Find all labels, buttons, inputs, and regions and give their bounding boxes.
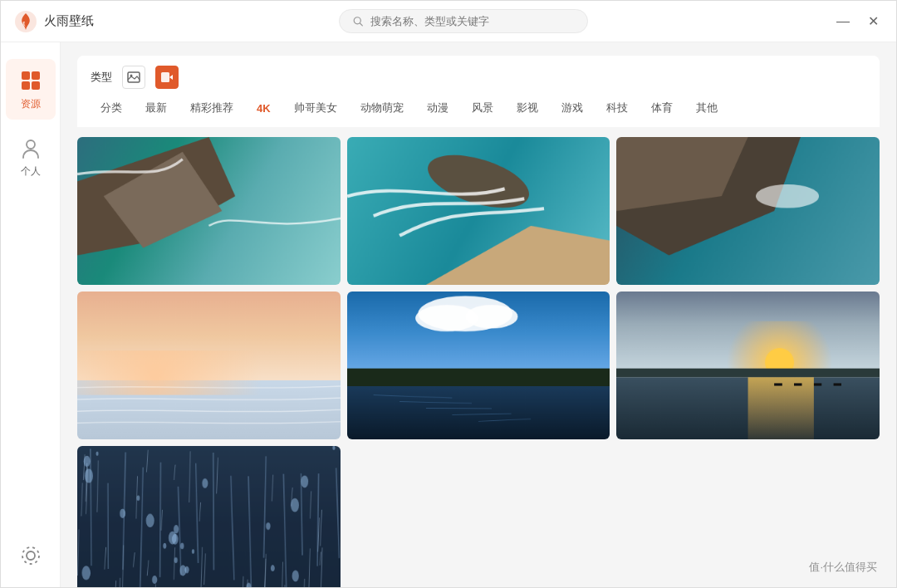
- settings-button[interactable]: [16, 541, 46, 571]
- svg-rect-5: [22, 81, 30, 90]
- category-games[interactable]: 游戏: [551, 97, 593, 119]
- sidebar-item-resources[interactable]: 资源: [6, 59, 56, 120]
- wallpaper-grid: [77, 137, 880, 587]
- content-area: 类型: [61, 42, 896, 587]
- category-scenery[interactable]: 风景: [462, 97, 503, 119]
- search-icon: [353, 16, 364, 27]
- category-sports[interactable]: 体育: [641, 97, 683, 119]
- grid-area: [77, 127, 880, 587]
- wallpaper-item-7[interactable]: [77, 446, 341, 587]
- category-tech[interactable]: 科技: [596, 97, 638, 119]
- wallpaper-canvas-6: [616, 292, 880, 439]
- svg-rect-4: [32, 71, 40, 80]
- sidebar-item-personal[interactable]: 个人: [6, 126, 56, 187]
- main-area: 资源 个人: [1, 42, 896, 587]
- wallpaper-canvas-7: [77, 446, 341, 587]
- wallpaper-canvas-2: [347, 137, 610, 285]
- sidebar-resources-label: 资源: [21, 97, 41, 111]
- category-beauty[interactable]: 帅哥美女: [284, 97, 347, 119]
- category-all[interactable]: 分类: [91, 97, 132, 119]
- svg-point-8: [27, 551, 35, 560]
- app-title: 火雨壁纸: [44, 13, 94, 29]
- svg-line-2: [360, 23, 362, 26]
- wallpaper-item-6[interactable]: [616, 292, 880, 439]
- close-button[interactable]: ✕: [863, 12, 883, 32]
- category-featured[interactable]: 精彩推荐: [180, 97, 243, 119]
- personal-icon: [17, 135, 44, 161]
- category-4k[interactable]: 4K: [247, 99, 281, 118]
- wallpaper-item-2[interactable]: [347, 137, 610, 285]
- wallpaper-canvas-1: [77, 137, 341, 285]
- video-type-btn[interactable]: [155, 66, 179, 89]
- category-row: 分类最新精彩推荐4K帅哥美女动物萌宠动漫风景影视游戏科技体育其他: [91, 97, 866, 127]
- wallpaper-item-3[interactable]: [616, 137, 880, 285]
- type-row: 类型: [91, 66, 866, 89]
- svg-point-7: [27, 140, 35, 149]
- wallpaper-canvas-3: [616, 137, 880, 285]
- app-logo: 火雨壁纸: [14, 10, 94, 33]
- window-controls: — ✕: [833, 12, 883, 32]
- search-box[interactable]: [339, 9, 588, 33]
- wallpaper-canvas-5: [347, 292, 610, 439]
- svg-rect-3: [22, 71, 30, 80]
- svg-marker-13: [169, 75, 173, 80]
- category-other[interactable]: 其他: [686, 97, 728, 119]
- wallpaper-canvas-4: [77, 292, 341, 439]
- sidebar: 资源 个人: [1, 42, 61, 587]
- svg-rect-6: [32, 81, 40, 90]
- minimize-button[interactable]: —: [833, 12, 853, 32]
- sidebar-bottom: [16, 541, 46, 571]
- category-anime[interactable]: 动漫: [417, 97, 458, 119]
- toolbar: 类型: [77, 56, 880, 127]
- search-area: [94, 9, 833, 33]
- category-animals[interactable]: 动物萌宠: [350, 97, 414, 119]
- logo-icon: [14, 10, 37, 33]
- wallpaper-item-4[interactable]: [77, 292, 341, 439]
- sidebar-personal-label: 个人: [21, 164, 41, 179]
- inner-content: 类型: [77, 56, 880, 587]
- svg-rect-12: [161, 72, 169, 82]
- category-latest[interactable]: 最新: [135, 97, 177, 119]
- wallpaper-item-1[interactable]: [77, 137, 341, 285]
- svg-point-9: [22, 547, 39, 564]
- category-film[interactable]: 影视: [507, 97, 548, 119]
- type-label: 类型: [91, 70, 112, 85]
- resources-icon: [17, 67, 44, 94]
- search-input[interactable]: [370, 15, 574, 27]
- titlebar: 火雨壁纸 — ✕: [1, 1, 896, 42]
- image-type-btn[interactable]: [122, 66, 145, 89]
- wallpaper-item-5[interactable]: [347, 292, 610, 439]
- app-window: 火雨壁纸 — ✕: [0, 0, 897, 588]
